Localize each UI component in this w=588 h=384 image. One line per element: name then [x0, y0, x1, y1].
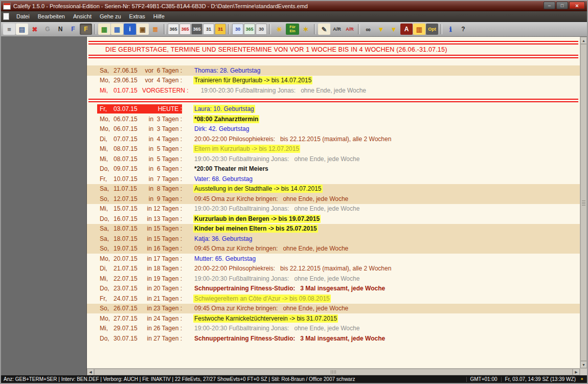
- scroll-left-button[interactable]: ◀: [87, 369, 94, 375]
- event-relative: in 13 Tagen :: [142, 215, 182, 222]
- menu-items: Datei Bearbeiten Ansicht Gehe zu Extras …: [12, 12, 169, 20]
- vertical-scrollbar[interactable]: ▲ ▼: [580, 37, 587, 368]
- help-button[interactable]: ?: [457, 24, 469, 35]
- menu-gehe-zu[interactable]: Gehe zu: [96, 12, 125, 20]
- event-row[interactable]: Do,30.07.15in 27 Tagen : Schnuppertraini…: [87, 333, 580, 344]
- event-date-columns: Di,07.07.15in 4 Tagen :: [97, 134, 182, 144]
- event-row[interactable]: Di,21.07.15in 18 Tagen : 20:00-22:00 Phi…: [87, 264, 580, 274]
- event-row[interactable]: Sa,27.06.15vor 6 Tagen : Thomas: 28. Geb…: [87, 65, 580, 76]
- scroll-down-button[interactable]: ▼: [580, 361, 587, 368]
- horizontal-scrollbar[interactable]: ◀ ▶: [87, 368, 580, 375]
- cal-365-red-button[interactable]: 365: [179, 24, 191, 35]
- menu-datei[interactable]: Datei: [12, 12, 34, 20]
- print-preview-button[interactable]: ▤: [16, 24, 28, 35]
- columns-colors-button[interactable]: ▥: [413, 24, 425, 35]
- scroll-up-button[interactable]: ▲: [580, 37, 587, 44]
- binoculars-button[interactable]: ∞: [362, 24, 374, 35]
- event-row[interactable]: Mo,06.07.15in 3 Tagen : Dirk: 42. Geburt…: [87, 124, 580, 134]
- event-row[interactable]: Mo,06.07.15in 3 Tagen : *08:00 Zahnarztt…: [87, 114, 580, 124]
- event-row[interactable]: Mi,15.07.15in 12 Tagen : 19:00-20:30 Fuß…: [87, 204, 580, 214]
- fuer-ein-button[interactable]: Für Ein: [286, 24, 299, 35]
- event-row[interactable]: Fr,24.07.15in 21 Tagen : Schwiegereltern…: [87, 293, 580, 304]
- scroll-grip-icon: [582, 200, 585, 206]
- event-date-columns: Mi,22.07.15in 19 Tagen :: [97, 274, 182, 283]
- event-text: 20:00-22:00 Philosophiekreis: bis 22.12.…: [193, 135, 392, 143]
- font-style-button[interactable]: A: [400, 24, 413, 35]
- menu-hilfe[interactable]: Hilfe: [149, 12, 169, 20]
- left-panel: [1, 37, 87, 375]
- event-row[interactable]: Di,07.07.15in 4 Tagen : 20:00-22:00 Phil…: [87, 134, 580, 144]
- filter-button[interactable]: ▼: [375, 24, 387, 35]
- info-button[interactable]: ℹ: [444, 24, 457, 35]
- menu-bearbeiten[interactable]: Bearbeiten: [34, 12, 69, 20]
- event-row[interactable]: Fr,10.07.15in 7 Tagen : Vater: 68. Gebur…: [87, 174, 580, 184]
- event-row[interactable]: Fr,03.07.15HEUTE : Laura: 10. Geburtstag: [87, 104, 580, 115]
- list-lines-button[interactable]: ≣: [149, 24, 162, 35]
- mode-n-button[interactable]: N: [54, 24, 66, 35]
- cal-30-gray-button[interactable]: 30: [256, 24, 267, 35]
- event-row[interactable]: Mi,01.07.15VORGESTERN : 19:00-20:30 Fußb…: [87, 85, 580, 96]
- maximize-button[interactable]: □: [556, 2, 568, 9]
- event-row[interactable]: Mi,08.07.15in 5 Tagen : 19:00-20:30 Fußb…: [87, 154, 580, 164]
- event-row[interactable]: Sa,18.07.15in 15 Tagen : Kinder bei mein…: [87, 224, 580, 234]
- event-row[interactable]: So,12.07.15in 9 Tagen : 09:45 Oma zur Ki…: [87, 194, 580, 204]
- event-row[interactable]: Sa,11.07.15in 8 Tagen : Ausstellung in d…: [87, 184, 580, 194]
- event-row[interactable]: Mi,08.07.15in 5 Tagen : Eltern im Kurzur…: [87, 144, 580, 154]
- event-row[interactable]: Mo,29.06.15vor 4 Tagen : Trainieren für …: [87, 76, 580, 86]
- info-panel-button[interactable]: i: [124, 24, 136, 35]
- event-row[interactable]: Mo,20.07.15in 17 Tagen : Mutter: 65. Geb…: [87, 254, 580, 264]
- menu-ansicht[interactable]: Ansicht: [69, 12, 96, 20]
- event-day: Sa,: [100, 235, 114, 242]
- filter-remove-button[interactable]: ▼: [388, 24, 400, 35]
- print-button[interactable]: ≡: [3, 24, 15, 35]
- scroll-right-button[interactable]: ▶: [573, 369, 580, 375]
- menu-extras[interactable]: Extras: [125, 12, 149, 20]
- cal-365-green-button[interactable]: 365: [244, 24, 255, 35]
- vertical-scroll-thumb[interactable]: [580, 44, 587, 361]
- view-colored-blue-button[interactable]: ▦: [111, 24, 123, 35]
- window-controls: – □ ×: [544, 2, 585, 9]
- event-day: Do,: [100, 165, 114, 172]
- view-colored-green-button[interactable]: ▦: [98, 24, 110, 35]
- event-row[interactable]: Do,16.07.15in 13 Tagen : Kurzurlaub in d…: [87, 214, 580, 224]
- event-relative: in 15 Tagen :: [142, 235, 182, 242]
- ar-toggle-button[interactable]: A/R: [331, 24, 343, 35]
- delete-button[interactable]: ✖: [29, 24, 41, 35]
- book-view-button[interactable]: ▣: [137, 24, 149, 35]
- cal-31-button[interactable]: 31: [203, 24, 214, 35]
- mode-f-gold-button[interactable]: F: [80, 24, 92, 35]
- event-row[interactable]: Do,09.07.15in 6 Tagen : *20:00 Theater m…: [87, 164, 580, 174]
- event-row[interactable]: Mo,27.07.15in 24 Tagen : Festwoche Karni…: [87, 313, 580, 324]
- event-date: 12.07.15: [114, 195, 142, 202]
- event-row[interactable]: So,19.07.15in 16 Tagen : 09:45 Oma zur K…: [87, 244, 580, 254]
- event-date-columns: Sa,11.07.15in 8 Tagen :: [97, 184, 182, 193]
- today-separator: [88, 99, 578, 102]
- magic-wand-button[interactable]: ✶: [300, 24, 312, 35]
- mode-f-blue-button[interactable]: F: [67, 24, 79, 35]
- minimize-button[interactable]: –: [544, 2, 555, 9]
- ar-active-button[interactable]: A/R: [344, 24, 356, 35]
- cal-31-flag-button[interactable]: 31: [215, 24, 226, 35]
- cal-365-dark-button[interactable]: 365: [191, 24, 202, 35]
- cal-30-blue-button[interactable]: 30: [232, 24, 243, 35]
- event-day: Mi,: [100, 145, 114, 152]
- event-row[interactable]: So,26.07.15in 23 Tagen : 09:45 Oma zur K…: [87, 304, 580, 314]
- event-list-past: Sa,27.06.15vor 6 Tagen : Thomas: 28. Geb…: [87, 65, 580, 96]
- event-row[interactable]: Sa,18.07.15in 15 Tagen : Katja: 36. Gebu…: [87, 234, 580, 244]
- title-bar[interactable]: Calefly 1.5.0 - Professional-Edition - S…: [1, 1, 587, 11]
- mode-g-button[interactable]: G: [41, 24, 54, 35]
- horizontal-scroll-thumb[interactable]: [94, 369, 573, 375]
- toolbar: ≡ ▤ ✖ G N F F ▦ ▦ i ▣: [1, 22, 587, 37]
- close-button[interactable]: ×: [569, 2, 585, 9]
- event-day: Di,: [100, 135, 114, 143]
- toolbar-separator: [228, 24, 230, 34]
- event-row[interactable]: Mi,22.07.15in 19 Tagen : 19:00-20:30 Fuß…: [87, 274, 580, 284]
- event-text: Mutter: 65. Geburtstag: [193, 255, 257, 263]
- cal-365-button[interactable]: 365: [168, 24, 179, 35]
- sun-button[interactable]: ☀: [273, 24, 285, 35]
- event-date-columns: Mo,20.07.15in 17 Tagen :: [97, 254, 182, 263]
- event-row[interactable]: Do,23.07.15in 20 Tagen : Schnuppertraini…: [87, 284, 580, 294]
- cal-edit-button[interactable]: ✎: [318, 24, 330, 35]
- options-button[interactable]: Opt: [426, 24, 438, 35]
- event-row[interactable]: Mi,29.07.15in 26 Tagen : 19:00-20:30 Fuß…: [87, 324, 580, 334]
